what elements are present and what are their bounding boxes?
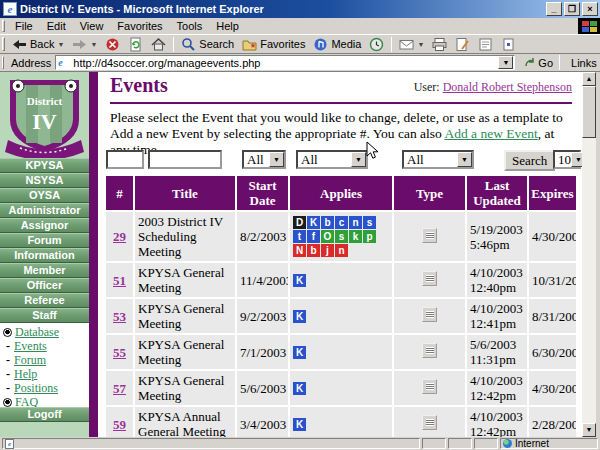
applies-icon-k: k — [349, 230, 362, 243]
media-icon — [313, 37, 328, 52]
sidebar-item-forum[interactable]: Forum — [0, 233, 89, 248]
applies-cell: K — [290, 299, 392, 333]
event-type-icon — [422, 271, 437, 286]
restore-button[interactable]: ❐ — [564, 2, 580, 16]
sidebar-subitem-help[interactable]: -Help — [2, 367, 89, 381]
forward-button[interactable]: ▼ — [68, 36, 101, 53]
status-main-pane: e — [2, 438, 420, 449]
col-header-expires: Expires — [529, 176, 576, 210]
home-button[interactable] — [147, 36, 170, 53]
scroll-up-button[interactable]: ▲ — [582, 72, 596, 86]
event-number-link[interactable]: 51 — [113, 273, 126, 288]
mouse-cursor — [366, 141, 380, 161]
address-bar: Address e http://d4soccer.org/manageeven… — [0, 54, 600, 72]
menu-view[interactable]: View — [73, 19, 111, 33]
status-bar: e Internet — [0, 437, 600, 450]
event-number-link[interactable]: 29 — [113, 229, 126, 244]
menu-edit[interactable]: Edit — [40, 19, 73, 33]
sidebar-item-administrator[interactable]: Administrator — [0, 203, 89, 218]
page-size-select[interactable]: 10▼ — [553, 150, 581, 169]
address-input[interactable]: e http://d4soccer.org/manageevents.php ▼ — [55, 55, 515, 70]
help-link[interactable]: Help — [14, 367, 37, 382]
stop-button[interactable] — [101, 36, 124, 53]
event-number-link[interactable]: 59 — [113, 417, 126, 432]
ie-app-icon: e — [3, 2, 17, 16]
close-button[interactable]: × — [582, 2, 598, 16]
messenger-button[interactable] — [497, 36, 520, 53]
user-name-link[interactable]: Donald Robert Stephenson — [443, 80, 572, 94]
mail-button[interactable]: ▼ — [395, 36, 428, 53]
go-button[interactable]: Go — [521, 57, 556, 69]
event-title-cell: KPYSA General Meeting — [135, 299, 235, 333]
start-date-cell: 5/6/2003 — [237, 371, 288, 405]
refresh-button[interactable] — [124, 36, 147, 53]
sidebar-item-assignor[interactable]: Assignor — [0, 218, 89, 233]
sidebar-item-member[interactable]: Member — [0, 263, 89, 278]
menu-favorites[interactable]: Favorites — [110, 19, 169, 33]
internet-globe-icon — [503, 439, 512, 448]
address-label: Address — [11, 57, 51, 69]
last-updated-cell: 5/19/20035:46pm — [467, 212, 527, 261]
links-button[interactable]: Links» — [571, 57, 600, 69]
filter-select-3[interactable]: All▼ — [402, 150, 474, 169]
event-number-link[interactable]: 55 — [113, 345, 126, 360]
sidebar-item-officer[interactable]: Officer — [0, 278, 89, 293]
sidebar-item-staff[interactable]: Staff — [0, 308, 89, 323]
chevron-down-icon[interactable]: ▼ — [571, 152, 582, 167]
database-link[interactable]: Database — [15, 325, 59, 340]
title-divider — [110, 102, 572, 104]
minimize-button[interactable]: _ — [546, 2, 562, 16]
chevron-down-icon[interactable]: ▼ — [457, 152, 472, 167]
chevron-down-icon[interactable]: ▼ — [351, 152, 366, 167]
favorites-button[interactable]: Favorites — [238, 36, 309, 53]
filter-select-2[interactable]: All▼ — [296, 150, 368, 169]
vertical-scrollbar[interactable]: ▲ ▼ — [582, 72, 596, 437]
add-new-event-link[interactable]: Add a new Event — [444, 126, 537, 141]
start-date-cell: 8/2/2003 — [237, 212, 288, 261]
event-number-link[interactable]: 53 — [113, 309, 126, 324]
sidebar-item-logoff[interactable]: Logoff — [0, 407, 89, 422]
history-button[interactable] — [365, 36, 388, 53]
filter-select-1[interactable]: All▼ — [242, 150, 286, 169]
menu-file[interactable]: File — [8, 19, 40, 33]
scroll-down-button[interactable]: ▼ — [582, 423, 596, 437]
type-cell — [394, 371, 465, 405]
chevron-down-icon[interactable]: ▼ — [269, 152, 284, 167]
dash-bullet: - — [2, 353, 14, 368]
main-content: Events User: Donald Robert Stephenson Pl… — [98, 72, 582, 437]
edit-icon — [455, 37, 470, 52]
events-link[interactable]: Events — [14, 339, 47, 354]
search-button[interactable]: Search — [504, 150, 555, 171]
forum-link[interactable]: Forum — [14, 353, 46, 368]
sidebar-item-kpysa[interactable]: KPYSA — [0, 158, 89, 173]
filter-number-input[interactable] — [106, 150, 144, 169]
search-toolbar-button[interactable]: Search — [177, 36, 238, 53]
scrollbar-thumb[interactable] — [582, 86, 596, 138]
print-button[interactable] — [428, 36, 451, 53]
sidebar-item-referee[interactable]: Referee — [0, 293, 89, 308]
toolbar-separator — [559, 55, 560, 70]
menu-tools[interactable]: Tools — [170, 19, 210, 33]
type-cell — [394, 299, 465, 333]
event-number-link[interactable]: 57 — [113, 381, 126, 396]
event-title-cell: KPYSA Annual General Meeting — [135, 407, 235, 437]
positions-link[interactable]: Positions — [14, 381, 58, 396]
sidebar-subitem-forum[interactable]: -Forum — [2, 353, 89, 367]
sidebar-subitem-database[interactable]: Database — [2, 325, 89, 339]
sidebar-subitem-positions[interactable]: -Positions — [2, 381, 89, 395]
dash-bullet: - — [2, 339, 14, 354]
toolbar-grip — [2, 56, 4, 70]
table-row: 53KPYSA General Meeting9/2/2003K4/10/200… — [106, 299, 576, 333]
address-dropdown-button[interactable]: ▼ — [498, 56, 513, 69]
sidebar-subitem-events[interactable]: -Events — [2, 339, 89, 353]
sidebar-item-nsysa[interactable]: NSYSA — [0, 173, 89, 188]
filter-title-input[interactable] — [148, 150, 222, 169]
sidebar-item-oysa[interactable]: OYSA — [0, 188, 89, 203]
discuss-button[interactable] — [474, 36, 497, 53]
edit-button[interactable] — [451, 36, 474, 53]
last-updated-cell: 4/10/200312:40pm — [467, 263, 527, 297]
sidebar-item-information[interactable]: Information — [0, 248, 89, 263]
back-button[interactable]: Back▼ — [8, 36, 68, 53]
menu-help[interactable]: Help — [209, 19, 246, 33]
media-button[interactable]: Media — [309, 36, 365, 53]
